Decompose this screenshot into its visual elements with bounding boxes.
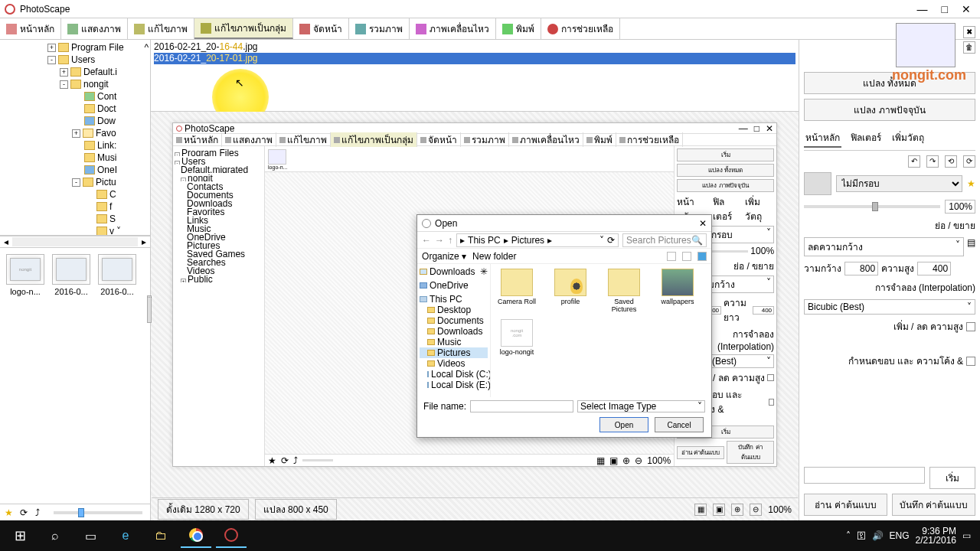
thumb-item[interactable]: nongitlogo-n... xyxy=(6,254,44,296)
rotate-r-icon[interactable]: ⟳ xyxy=(963,155,975,168)
splitter-grip[interactable]: ··· xyxy=(147,295,152,323)
photoscape-app[interactable] xyxy=(216,523,247,548)
tab-home-r[interactable]: หน้าหลัก xyxy=(804,129,841,148)
star-icon[interactable]: ★ xyxy=(268,455,276,466)
volume-icon[interactable]: 🔊 xyxy=(872,530,884,541)
edge-app[interactable]: e xyxy=(110,523,141,548)
dialog-side-tree[interactable]: Downloads✳ OneDrive This PC Desktop Docu… xyxy=(417,264,491,397)
nav-back[interactable]: ← xyxy=(422,235,431,246)
trash-icon[interactable]: 🗑 xyxy=(963,41,975,54)
start-button[interactable]: เริ่ม xyxy=(929,467,975,489)
dialog-file-grid[interactable]: Camera Roll profile Saved Pictures wallp… xyxy=(491,264,711,397)
open-icon[interactable]: ⤴ xyxy=(293,455,298,466)
taskview-button[interactable]: ▭ xyxy=(75,523,106,548)
delete-icon[interactable]: ✖ xyxy=(963,26,975,38)
nav-up[interactable]: ↑ xyxy=(448,235,452,246)
frame-select[interactable]: ไม่มีกรอบ xyxy=(836,175,962,192)
clock[interactable]: 9:36 PM2/21/2016 xyxy=(916,527,956,545)
cancel-button[interactable]: Cancel xyxy=(655,417,704,432)
refresh-icon[interactable]: ⟳ xyxy=(281,455,289,466)
zoom-slider[interactable] xyxy=(804,205,940,208)
tab-editor[interactable]: แก้ไขภาพ xyxy=(128,18,194,39)
view-button[interactable] xyxy=(667,252,676,261)
crop-icon[interactable]: ▣ xyxy=(713,504,725,516)
explorer-app[interactable]: 🗀 xyxy=(145,523,176,548)
zoom-out-icon[interactable]: ⊖ xyxy=(635,455,642,466)
new-folder-button[interactable]: New folder xyxy=(472,251,516,262)
height-input[interactable] xyxy=(917,262,951,276)
folder-tree[interactable]: +Program File^ -Users +Default.i -nongit… xyxy=(0,40,150,236)
network-icon[interactable]: ⚿ xyxy=(857,530,866,541)
filename-input[interactable] xyxy=(470,400,573,412)
fav-frame-icon[interactable]: ★ xyxy=(967,178,975,189)
interp-select[interactable]: Bicubic (Best)˅ xyxy=(804,299,975,315)
tab-combine[interactable]: รวมภาพ xyxy=(349,18,410,39)
nav-fwd[interactable]: → xyxy=(435,235,444,246)
zoom-in-icon[interactable]: ⊕ xyxy=(731,504,743,516)
inner-min[interactable]: — xyxy=(739,123,748,134)
zoom-out-icon[interactable]: ⊖ xyxy=(750,504,762,516)
thumb-item[interactable]: 2016-0... xyxy=(52,254,90,296)
inner-max[interactable]: □ xyxy=(754,123,760,134)
crop-checkbox[interactable] xyxy=(966,357,975,366)
inner-tree[interactable]: -Program Files -Users Default.migrated -… xyxy=(173,146,265,466)
system-tray[interactable]: ˄ ⚿ 🔊 ENG 9:36 PM2/21/2016 ▭ xyxy=(846,527,975,545)
batch-file-list[interactable]: 2016-02-21_20-16-44.jpg 2016-02-21_20-17… xyxy=(151,40,799,112)
resize-tool-icon[interactable]: ▤ xyxy=(967,237,975,256)
notifications-icon[interactable]: ▭ xyxy=(962,530,971,541)
rotate-l-icon[interactable]: ⟲ xyxy=(945,155,957,168)
folder-item[interactable]: Saved Pictures xyxy=(603,269,645,313)
tab-batch[interactable]: แก้ไขภาพเป็นกลุ่ม xyxy=(194,18,293,39)
close-button[interactable]: ✕ xyxy=(962,3,971,15)
grid-icon[interactable]: ▦ xyxy=(596,455,605,466)
load-preset-button[interactable]: อ่าน ค่าต้นแบบ xyxy=(804,494,887,516)
open-icon[interactable]: ⤴ xyxy=(35,507,46,518)
minimize-button[interactable]: — xyxy=(917,3,928,15)
start-button[interactable]: ⊞ xyxy=(5,523,35,548)
zoom-in-icon[interactable]: ⊕ xyxy=(622,455,630,466)
tab-filter-r[interactable]: ฟิลเตอร์ xyxy=(849,129,883,148)
chrome-app[interactable] xyxy=(181,523,211,548)
redo-icon[interactable]: ↷ xyxy=(926,155,939,168)
refresh-icon[interactable]: ⟳ xyxy=(20,507,31,518)
open-button[interactable]: Open xyxy=(599,417,648,432)
folder-item[interactable]: wallpapers xyxy=(656,269,699,313)
thumb-item[interactable]: 2016-0... xyxy=(98,254,136,296)
search-input[interactable]: Search Pictures🔍 xyxy=(622,233,707,247)
lang-indicator[interactable]: ENG xyxy=(890,530,910,541)
dialog-close[interactable]: ✕ xyxy=(699,218,707,229)
tab-viewer[interactable]: แสดงภาพ xyxy=(61,18,128,39)
inner-start[interactable]: เริ่ม xyxy=(677,148,774,161)
tab-print[interactable]: พิมพ์ xyxy=(496,18,541,39)
fit-icon[interactable]: ▣ xyxy=(609,455,618,466)
ratio-checkbox[interactable] xyxy=(966,322,975,331)
tab-home[interactable]: หน้าหลัก xyxy=(0,18,61,39)
tray-up-icon[interactable]: ˄ xyxy=(846,530,851,541)
view-dd[interactable] xyxy=(682,252,691,261)
inner-slider[interactable] xyxy=(302,459,333,461)
reduce-width-select[interactable]: ลดความกว้าง˅ xyxy=(804,237,964,256)
undo-icon[interactable]: ↶ xyxy=(908,155,920,168)
tab-help[interactable]: การช่วยเหลือ xyxy=(541,18,620,39)
convert-current-button[interactable]: แปลง ภาพปัจจุบัน xyxy=(804,99,975,121)
preset-input[interactable] xyxy=(804,467,925,484)
filetype-select[interactable]: Select Image Type˅ xyxy=(577,400,705,412)
width-input[interactable] xyxy=(844,262,878,276)
star-icon[interactable]: ★ xyxy=(5,507,15,518)
file-row[interactable]: 2016-02-21_20-16-44.jpg xyxy=(154,41,795,53)
tab-gif[interactable]: ภาพเคลื่อนไหว xyxy=(410,18,496,39)
folder-item[interactable]: profile xyxy=(549,269,592,313)
file-row-selected[interactable]: 2016-02-21_20-17-01.jpg xyxy=(154,53,795,64)
grid-icon[interactable]: ▦ xyxy=(694,504,707,516)
tree-h-scroll[interactable]: ◂▸ xyxy=(0,236,150,248)
search-button[interactable]: ⌕ xyxy=(40,523,70,548)
help-button[interactable] xyxy=(697,252,707,261)
save-preset-button[interactable]: บันทึก ค่าต้นแบบ xyxy=(892,494,975,516)
tab-page[interactable]: จัดหน้า xyxy=(293,18,349,39)
organize-menu[interactable]: Organize ▾ xyxy=(422,251,466,262)
breadcrumb[interactable]: ▸This PC▸Pictures▸ ˅⟳ xyxy=(456,233,619,247)
thumb-size-slider[interactable] xyxy=(54,511,142,514)
folder-item[interactable]: Camera Roll xyxy=(495,269,538,313)
tab-object-r[interactable]: เพิ่มวัตถุ xyxy=(890,129,926,148)
inner-close[interactable]: ✕ xyxy=(766,123,773,134)
